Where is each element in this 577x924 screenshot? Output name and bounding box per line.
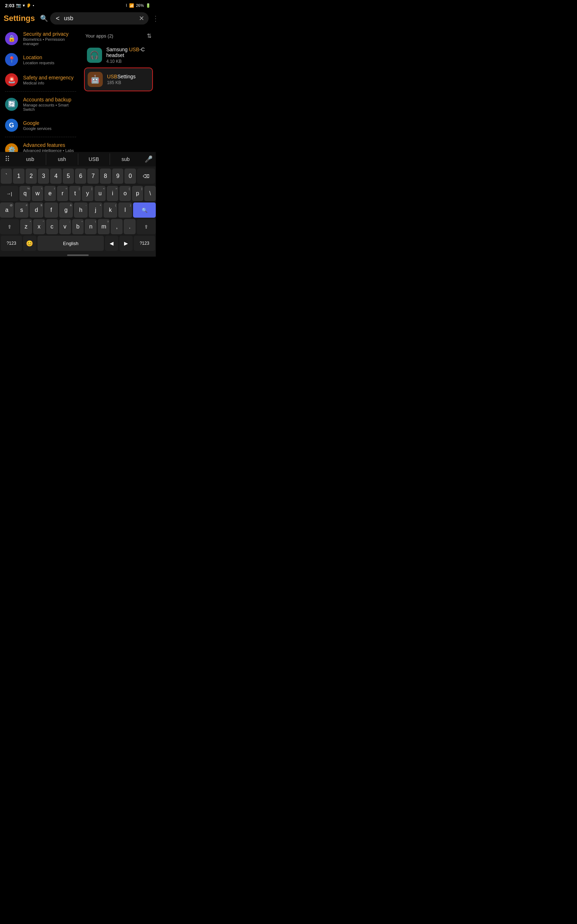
key-3[interactable]: 3 (38, 168, 49, 184)
name-prefix-1: Samsung (106, 47, 129, 52)
back-btn[interactable]: < (56, 15, 60, 23)
close-btn[interactable]: ✕ (139, 15, 144, 23)
app-title: Settings (3, 14, 35, 23)
qwerty-row1: →| q% w\ el r= t[ y] u< i> o{ p} \ (0, 186, 156, 201)
key-i[interactable]: i> (107, 186, 118, 201)
key-m[interactable]: m? (98, 219, 110, 234)
location-icon: 📍 (5, 53, 18, 66)
key-q[interactable]: q% (19, 186, 31, 201)
mic-btn[interactable]: 🎤 (141, 155, 156, 163)
more-btn[interactable]: ⋮ (152, 14, 156, 23)
autocomplete-sub[interactable]: sub (110, 153, 141, 165)
key-x[interactable]: x" (33, 219, 45, 234)
autocomplete-ush[interactable]: ush (46, 153, 78, 165)
settings-item-google[interactable]: G Google Google services (0, 115, 81, 135)
key-nav-left[interactable]: ◀ (105, 236, 118, 251)
dot-indicator: • (33, 3, 34, 8)
key-backspace[interactable]: ⌫ (137, 168, 155, 184)
keyboard-container: ⠿ usb ush USB sub 🎤 ` 1 2 3 4 5 6 7 8 9 … (0, 152, 156, 257)
key-b[interactable]: b^ (72, 219, 84, 234)
result-item-samsung-usb[interactable]: 🎧 Samsung USB-C headset 4.10 KB (84, 43, 153, 68)
search-input[interactable] (64, 15, 136, 22)
safety-subtitle: Medical info (23, 81, 76, 85)
key-1[interactable]: 1 (13, 168, 24, 184)
key-h[interactable]: h- (74, 202, 88, 218)
settings-item-security[interactable]: 🔒 Security and privacy Biometrics • Perm… (0, 27, 81, 50)
key-shift-left[interactable]: ⇧ (0, 219, 19, 234)
key-l[interactable]: l) (118, 202, 132, 218)
security-title: Security and privacy (23, 31, 76, 37)
number-row: ` 1 2 3 4 5 6 7 8 9 0 ⌫ (0, 166, 156, 184)
signal-icon: ⌇ (126, 3, 127, 8)
results-header: Your apps (2) ⇅ (84, 30, 153, 43)
key-u[interactable]: u< (95, 186, 106, 201)
key-2[interactable]: 2 (26, 168, 37, 184)
apps-grid-btn[interactable]: ⠿ (0, 155, 15, 163)
autocomplete-USB[interactable]: USB (78, 153, 110, 165)
autocomplete-usb[interactable]: usb (15, 153, 46, 165)
key-6[interactable]: 6 (75, 168, 86, 184)
key-period[interactable]: . (124, 219, 135, 234)
key-g[interactable]: g& (59, 202, 73, 218)
key-comma[interactable]: , (111, 219, 122, 234)
samsung-usb-title: Samsung USB-C headset (106, 47, 150, 58)
key-f[interactable]: f (44, 202, 58, 218)
key-shift-right[interactable]: ⇧ (137, 219, 156, 234)
key-k[interactable]: k( (103, 202, 117, 218)
key-a[interactable]: a@ (0, 202, 14, 218)
key-nav-right[interactable]: ▶ (119, 236, 133, 251)
safety-title: Safety and emergency (23, 75, 76, 81)
settings-item-safety[interactable]: 🚨 Safety and emergency Medical info (0, 69, 81, 90)
key-sym-left[interactable]: ?123 (1, 236, 22, 251)
google-title: Google (23, 120, 76, 126)
security-subtitle: Biometrics • Permission manager (23, 37, 76, 46)
key-w[interactable]: w\ (32, 186, 43, 201)
location-subtitle: Location requests (23, 61, 76, 65)
advanced-title: Advanced features (23, 142, 76, 148)
key-search-enter[interactable]: 🔍 (133, 202, 156, 218)
key-c[interactable]: c (46, 219, 58, 234)
key-v[interactable]: v: (59, 219, 71, 234)
safety-icon: 🚨 (5, 73, 18, 86)
settings-item-accounts[interactable]: 🔄 Accounts and backup Manage accounts • … (0, 93, 81, 115)
key-5[interactable]: 5 (63, 168, 74, 184)
result-item-usb-settings[interactable]: 🤖 USBSettings 185 KB (84, 68, 153, 91)
key-p[interactable]: p} (132, 186, 143, 201)
key-o[interactable]: o{ (119, 186, 131, 201)
key-9[interactable]: 9 (112, 168, 123, 184)
top-header: Settings 🔍 < ✕ ⋮ (0, 10, 156, 27)
settings-item-location[interactable]: 📍 Location Location requests (0, 50, 81, 69)
key-emoji[interactable]: 😊 (23, 236, 36, 251)
key-y[interactable]: y] (82, 186, 93, 201)
key-t[interactable]: t[ (69, 186, 81, 201)
accounts-title: Accounts and backup (23, 97, 76, 102)
accounts-icon: 🔄 (5, 98, 18, 111)
search-bar[interactable]: < ✕ (50, 12, 149, 24)
key-0[interactable]: 0 (124, 168, 135, 184)
samsung-usb-app-icon: 🎧 (87, 48, 102, 63)
key-4[interactable]: 4 (50, 168, 61, 184)
key-7[interactable]: 7 (87, 168, 98, 184)
key-sym-right[interactable]: ?123 (134, 236, 155, 251)
key-r[interactable]: r= (57, 186, 69, 201)
key-d[interactable]: d$ (29, 202, 43, 218)
google-icon: G (5, 119, 18, 132)
time-display: 2:03 (5, 3, 15, 8)
key-8[interactable]: 8 (100, 168, 111, 184)
search-icon-btn[interactable]: 🔍 (40, 15, 48, 23)
location-title: Location (23, 55, 76, 60)
key-space[interactable]: English (37, 236, 104, 251)
key-s[interactable]: s# (15, 202, 29, 218)
key-backslash[interactable]: \ (144, 186, 156, 201)
key-z[interactable]: z* (20, 219, 32, 234)
key-j[interactable]: j+ (89, 202, 102, 218)
key-e[interactable]: el (44, 186, 56, 201)
sort-icon[interactable]: ⇅ (147, 32, 152, 39)
usb-settings-title: USBSettings (107, 74, 149, 79)
name-highlight-2: USB (107, 74, 118, 79)
camera-icon: 📷 (16, 3, 21, 8)
key-n[interactable]: n! (85, 219, 97, 234)
key-tab[interactable]: →| (0, 186, 18, 201)
key-backtick[interactable]: ` (1, 168, 12, 184)
security-icon: 🔒 (5, 32, 18, 45)
